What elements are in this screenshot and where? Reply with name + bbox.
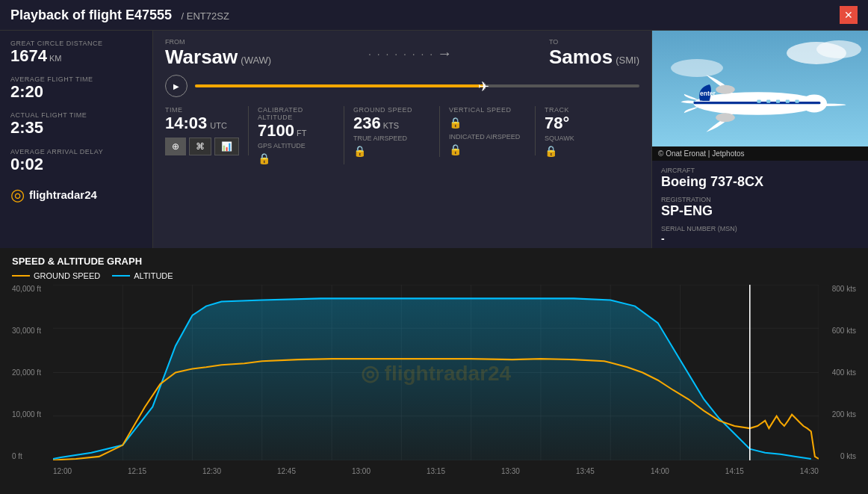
time-value: 14:03 xyxy=(165,114,207,133)
registration-label: REGISTRATION xyxy=(661,196,859,203)
plane-position-icon: ✈ xyxy=(478,78,489,95)
legend-alt-label: ALTITUDE xyxy=(134,271,173,280)
chart-area: ◎ flightradar24 xyxy=(53,285,819,460)
header-title: Playback of flight E47555 / ENT72SZ xyxy=(10,7,229,23)
view-btn-chart[interactable]: 📊 xyxy=(214,138,239,155)
progress-fill xyxy=(195,84,484,87)
great-circle-value: 1674 xyxy=(10,47,47,65)
aircraft-label: AIRCRAFT xyxy=(661,167,859,174)
legend-gs-label: GROUND SPEED xyxy=(34,271,100,280)
vs-lock-icon: 🔒 xyxy=(449,117,526,129)
legend-gs-line xyxy=(12,275,30,277)
svg-text:enter: enter xyxy=(700,90,716,97)
close-button[interactable]: ✕ xyxy=(840,6,858,24)
squawk-label: SQUAWK xyxy=(545,135,621,142)
y-labels-left: 40,000 ft 30,000 ft 20,000 ft 10,000 ft … xyxy=(12,285,53,475)
from-code: (WAW) xyxy=(241,55,271,66)
time-unit: UTC xyxy=(210,121,227,130)
aircraft-type-row: AIRCRAFT Boeing 737-8CX xyxy=(661,167,859,190)
svg-rect-9 xyxy=(757,99,761,102)
track-label: TRACK xyxy=(545,106,621,114)
aircraft-info: AIRCRAFT Boeing 737-8CX REGISTRATION SP-… xyxy=(652,161,868,256)
cal-alt-lock-icon: 🔒 xyxy=(258,152,335,164)
photo-credit: © Onat Eronat | Jetphotos xyxy=(652,146,868,161)
registration-value: SP-ENG xyxy=(661,203,859,219)
ground-speed-col: GROUND SPEED 236 KTS TRUE AIRSPEED 🔒 xyxy=(353,106,440,157)
cal-alt-label: CALIBRATED ALTITUDE xyxy=(258,106,335,121)
aircraft-value: Boeing 737-8CX xyxy=(661,174,859,190)
chart-svg xyxy=(53,285,819,460)
view-buttons: ⊕ ⌘ 📊 xyxy=(165,138,239,155)
flight-title: Playback of flight E47555 xyxy=(10,7,172,22)
progress-track[interactable]: ✈ xyxy=(195,84,639,87)
svg-rect-11 xyxy=(776,99,780,102)
aircraft-photo-svg: enter xyxy=(652,31,868,146)
legend-gs: GROUND SPEED xyxy=(12,271,100,280)
cal-alt-value: 7100 xyxy=(258,121,294,141)
to-code: (SMI) xyxy=(616,55,639,66)
progress-bar-container: ▶ ✈ xyxy=(165,75,639,97)
fr24-logo-text: flightradar24 xyxy=(29,188,97,201)
avg-flight-value: 2:20 xyxy=(10,83,142,101)
play-button[interactable]: ▶ xyxy=(165,75,187,97)
fr24-logo-area: ◎ flightradar24 xyxy=(10,185,142,205)
from-city: Warsaw xyxy=(165,46,238,69)
aircraft-panel: enter © Onat Eronat | Jetphotos AIRCRAFT… xyxy=(651,31,868,248)
fr24-circle-icon: ◎ xyxy=(10,185,25,205)
serial-label: SERIAL NUMBER (MSN) xyxy=(661,225,859,232)
ground-speed-label: GROUND SPEED xyxy=(353,106,430,114)
legend-alt: ALTITUDE xyxy=(112,271,173,280)
svg-point-6 xyxy=(716,113,735,122)
y-labels-right: 800 kts 600 kts 400 kts 200 kts 0 kts xyxy=(819,285,856,475)
ground-speed-value: 236 xyxy=(353,114,381,133)
flight-subtitle: / ENT72SZ xyxy=(182,10,229,22)
svg-point-3 xyxy=(671,59,723,77)
avg-delay-stat: AVERAGE ARRIVAL DELAY 0:02 xyxy=(10,148,142,173)
x-labels: 12:00 12:15 12:30 12:45 13:00 13:15 13:3… xyxy=(53,467,819,475)
vertical-speed-label: VERTICAL SPEED xyxy=(449,106,526,114)
svg-rect-12 xyxy=(786,99,790,102)
cal-alt-col: CALIBRATED ALTITUDE 7100 FT GPS ALTITUDE… xyxy=(258,106,344,164)
graph-legend: GROUND SPEED ALTITUDE xyxy=(12,271,856,280)
registration-row: REGISTRATION SP-ENG xyxy=(661,196,859,219)
aircraft-photo: enter xyxy=(652,31,868,146)
header: Playback of flight E47555 / ENT72SZ ✕ xyxy=(0,0,868,31)
to-city: Samos xyxy=(549,46,613,69)
serial-value: - xyxy=(661,232,859,244)
from-section: FROM Warsaw (WAW) xyxy=(165,38,271,69)
ground-speed-unit: KTS xyxy=(383,121,399,130)
to-label: TO xyxy=(549,38,639,46)
to-section: TO Samos (SMI) xyxy=(549,38,639,69)
great-circle-stat: GREAT CIRCLE DISTANCE 1674 KM xyxy=(10,40,142,65)
svg-point-7 xyxy=(716,85,735,94)
route-row: FROM Warsaw (WAW) · · · · · · · · → TO S… xyxy=(165,38,639,69)
track-col: TRACK 78° SQUAWK 🔒 xyxy=(545,106,630,157)
route-arrow: · · · · · · · · → xyxy=(271,45,549,62)
svg-rect-13 xyxy=(796,99,799,102)
gs-lock-icon: 🔒 xyxy=(353,145,430,157)
great-circle-unit: KM xyxy=(49,54,62,63)
svg-rect-10 xyxy=(766,99,770,102)
actual-flight-value: 2:35 xyxy=(10,119,142,137)
main-panel: GREAT CIRCLE DISTANCE 1674 KM AVERAGE FL… xyxy=(0,31,868,248)
serial-row: SERIAL NUMBER (MSN) - xyxy=(661,225,859,244)
indicated-as-label: INDICATED AIRSPEED xyxy=(449,133,526,141)
true-airspeed-label: TRUE AIRSPEED xyxy=(353,135,430,142)
time-label: TIME xyxy=(165,106,239,114)
ias-lock-icon: 🔒 xyxy=(449,143,526,155)
squawk-lock-icon: 🔒 xyxy=(545,145,621,157)
chart-container: 40,000 ft 30,000 ft 20,000 ft 10,000 ft … xyxy=(12,285,856,475)
altitude-fill xyxy=(53,298,819,460)
graph-title: SPEED & ALTITUDE GRAPH xyxy=(12,256,856,267)
view-btn-path[interactable]: ⌘ xyxy=(189,138,211,155)
legend-alt-line xyxy=(112,275,130,277)
stats-panel: GREAT CIRCLE DISTANCE 1674 KM AVERAGE FL… xyxy=(0,31,153,248)
from-label: FROM xyxy=(165,38,271,46)
time-col: TIME 14:03 UTC ⊕ ⌘ 📊 xyxy=(165,106,249,155)
actual-flight-stat: ACTUAL FLIGHT TIME 2:35 xyxy=(10,111,142,137)
flight-data-row: TIME 14:03 UTC ⊕ ⌘ 📊 CALIBRATED ALTITUDE… xyxy=(165,106,639,164)
cal-alt-unit: FT xyxy=(297,129,306,138)
vertical-speed-col: VERTICAL SPEED 🔒 INDICATED AIRSPEED 🔒 xyxy=(449,106,536,155)
view-btn-map[interactable]: ⊕ xyxy=(165,138,186,155)
svg-point-2 xyxy=(816,40,861,58)
